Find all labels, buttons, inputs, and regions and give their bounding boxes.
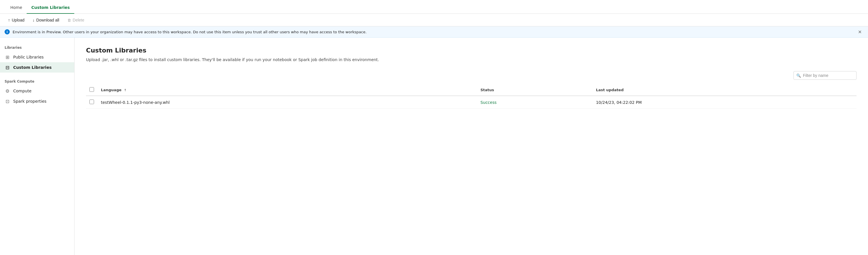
spark-section-title: Spark Compute — [0, 77, 74, 86]
delete-icon — [67, 18, 71, 22]
select-all-checkbox[interactable] — [89, 87, 94, 92]
info-icon: i — [5, 29, 10, 34]
sidebar-item-public-libraries[interactable]: Public Libraries — [0, 52, 74, 62]
custom-lib-icon — [5, 64, 10, 70]
delete-button[interactable]: Delete — [64, 16, 88, 24]
filter-by-name-input[interactable] — [794, 71, 857, 80]
row-checkbox[interactable] — [89, 100, 94, 104]
compute-icon — [5, 88, 10, 94]
page-description: Upload .jar, .whl or .tar.gz files to in… — [86, 57, 857, 62]
download-icon — [32, 18, 34, 22]
libraries-section-title: Libraries — [0, 43, 74, 52]
row-name: testWheel-0.1.1-py3-none-any.whl — [97, 96, 477, 109]
sidebar-item-spark-properties-label: Spark properties — [13, 99, 46, 104]
table-header-language[interactable]: Language ↑ — [97, 84, 477, 96]
libraries-table: Language ↑ Status Last updated testWheel… — [86, 84, 857, 109]
sidebar-item-custom-libraries-label: Custom Libraries — [13, 65, 52, 70]
sidebar-item-compute[interactable]: Compute — [0, 86, 74, 96]
download-all-button[interactable]: Download all — [29, 16, 62, 24]
toolbar: Upload Download all Delete — [0, 14, 868, 26]
tab-custom-libraries[interactable]: Custom Libraries — [27, 2, 74, 14]
info-message: Environment is in Preview. Other users i… — [12, 30, 367, 34]
upload-button[interactable]: Upload — [5, 16, 28, 24]
language-sort-icon: ↑ — [124, 88, 126, 92]
filter-search-icon: 🔍 — [796, 74, 801, 78]
filter-bar: 🔍 — [86, 71, 857, 80]
table-body: testWheel-0.1.1-py3-none-any.whl Success… — [86, 96, 857, 109]
sidebar-item-custom-libraries[interactable]: Custom Libraries — [0, 62, 74, 73]
page-title: Custom Libraries — [86, 47, 857, 54]
sidebar-item-compute-label: Compute — [13, 89, 32, 93]
table-header: Language ↑ Status Last updated — [86, 84, 857, 96]
table-row: testWheel-0.1.1-py3-none-any.whl Success… — [86, 96, 857, 109]
spark-prop-icon — [5, 98, 10, 104]
download-all-label: Download all — [36, 18, 59, 22]
sidebar: Libraries Public Libraries Custom Librar… — [0, 37, 74, 255]
content-area: Custom Libraries Upload .jar, .whl or .t… — [74, 37, 868, 255]
sidebar-item-spark-properties[interactable]: Spark properties — [0, 96, 74, 106]
row-status: Success — [477, 96, 592, 109]
top-nav: Home Custom Libraries — [0, 0, 868, 14]
row-checkbox-cell — [86, 96, 97, 109]
last-updated-column-label: Last updated — [596, 88, 624, 92]
info-bar-close-button[interactable]: ✕ — [856, 29, 863, 35]
tab-home[interactable]: Home — [6, 2, 27, 14]
delete-label: Delete — [73, 18, 84, 22]
info-bar: i Environment is in Preview. Other users… — [0, 26, 868, 37]
status-column-label: Status — [480, 88, 494, 92]
table-header-last-updated: Last updated — [592, 84, 857, 96]
upload-label: Upload — [12, 18, 24, 22]
upload-icon — [8, 18, 10, 22]
main-layout: Libraries Public Libraries Custom Librar… — [0, 37, 868, 255]
filter-input-wrapper: 🔍 — [794, 71, 857, 80]
sidebar-item-public-libraries-label: Public Libraries — [13, 55, 43, 59]
row-last-updated: 10/24/23, 04:22:02 PM — [592, 96, 857, 109]
table-header-select — [86, 84, 97, 96]
language-column-label: Language — [101, 88, 122, 92]
public-lib-icon — [5, 54, 10, 60]
table-header-status: Status — [477, 84, 592, 96]
